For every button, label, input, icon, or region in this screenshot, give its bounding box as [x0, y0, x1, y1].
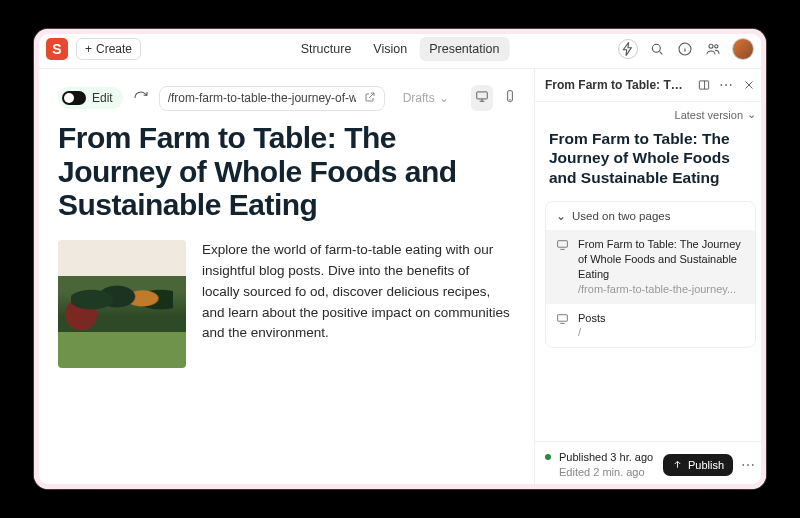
info-icon[interactable] — [676, 40, 694, 58]
version-selector[interactable]: Latest version ⌄ — [535, 102, 766, 127]
nav-tabs: Structure Vision Presentation — [291, 37, 510, 61]
body-area: Edit /from-farm-to-table-the-journey-of-… — [34, 69, 766, 489]
app-logo[interactable]: S — [46, 38, 68, 60]
svg-rect-8 — [558, 314, 568, 321]
panel-header: From Farm to Table: The Jou... ⋯ — [535, 69, 766, 102]
usage-header[interactable]: ⌄ Used on two pages — [546, 202, 755, 230]
svg-rect-4 — [476, 92, 487, 99]
tab-vision[interactable]: Vision — [363, 37, 417, 61]
publish-button[interactable]: Publish — [663, 454, 733, 476]
panel-more-icon[interactable]: ⋯ — [719, 77, 734, 93]
tab-presentation[interactable]: Presentation — [419, 37, 509, 61]
device-mobile[interactable] — [499, 85, 521, 111]
top-bar: S + Create Structure Vision Presentation — [34, 29, 766, 69]
open-external-icon[interactable] — [364, 91, 376, 106]
published-label: Published 3 hr. ago — [559, 450, 655, 464]
create-label: Create — [96, 42, 132, 56]
hero-image[interactable] — [58, 240, 186, 368]
panel-footer: Published 3 hr. ago Edited 2 min. ago Pu… — [535, 441, 766, 489]
usage-item-title: From Farm to Table: The Journey of Whole… — [578, 237, 745, 282]
url-text: /from-farm-to-table-the-journey-of-wl — [168, 91, 356, 105]
page-icon — [556, 238, 570, 296]
bolt-icon[interactable] — [618, 39, 638, 59]
page-icon — [556, 312, 570, 341]
usage-item[interactable]: From Farm to Table: The Journey of Whole… — [546, 230, 755, 303]
chevron-down-icon: ⌄ — [747, 108, 756, 121]
usage-label: Used on two pages — [572, 210, 670, 222]
panel-layout-icon[interactable] — [697, 78, 711, 92]
version-label: Latest version — [675, 109, 743, 121]
usage-item-path: / — [578, 325, 745, 340]
avatar[interactable] — [732, 38, 754, 60]
content-row: Explore the world of farm-to-table eatin… — [58, 240, 510, 368]
page-description[interactable]: Explore the world of farm-to-table eatin… — [202, 240, 510, 368]
status-dot-icon — [545, 454, 551, 460]
edited-label: Edited 2 min. ago — [559, 465, 655, 479]
main-editor: Edit /from-farm-to-table-the-journey-of-… — [34, 69, 534, 489]
plus-icon: + — [85, 42, 92, 56]
create-button[interactable]: + Create — [76, 38, 141, 60]
device-desktop[interactable] — [471, 85, 493, 111]
drafts-selector[interactable]: Drafts ⌄ — [395, 87, 457, 109]
svg-rect-6 — [699, 81, 708, 89]
toggle-switch-icon — [62, 91, 86, 105]
editor-toolbar: Edit /from-farm-to-table-the-journey-of-… — [58, 85, 510, 121]
side-panel: From Farm to Table: The Jou... ⋯ Latest … — [534, 69, 766, 489]
app-window: S + Create Structure Vision Presentation — [34, 29, 766, 489]
usage-item-title: Posts — [578, 311, 745, 326]
drafts-label: Drafts — [403, 91, 435, 105]
svg-point-3 — [715, 44, 718, 47]
page-title[interactable]: From Farm to Table: The Journey of Whole… — [58, 121, 510, 222]
edit-label: Edit — [92, 91, 113, 105]
usage-item[interactable]: Posts / — [546, 304, 755, 348]
users-icon[interactable] — [704, 40, 722, 58]
svg-point-0 — [652, 44, 660, 52]
panel-header-title: From Farm to Table: The Jou... — [545, 78, 689, 92]
chevron-down-icon: ⌄ — [439, 91, 449, 105]
tab-structure[interactable]: Structure — [291, 37, 362, 61]
footer-more-icon[interactable]: ⋯ — [741, 457, 756, 473]
publish-label: Publish — [688, 459, 724, 471]
url-field[interactable]: /from-farm-to-table-the-journey-of-wl — [159, 86, 385, 111]
panel-title: From Farm to Table: The Journey of Whole… — [535, 127, 766, 197]
svg-point-2 — [709, 44, 713, 48]
upload-icon — [672, 459, 683, 470]
top-right-actions — [618, 38, 754, 60]
svg-rect-7 — [558, 241, 568, 248]
chevron-down-icon: ⌄ — [556, 209, 566, 223]
usage-box: ⌄ Used on two pages From Farm to Table: … — [545, 201, 756, 348]
search-icon[interactable] — [648, 40, 666, 58]
status-text: Published 3 hr. ago Edited 2 min. ago — [559, 450, 655, 479]
reload-icon[interactable] — [133, 89, 149, 107]
panel-close-icon[interactable] — [742, 78, 756, 92]
usage-item-path: /from-farm-to-table-the-journey... — [578, 282, 745, 297]
device-switcher — [471, 85, 521, 111]
edit-toggle[interactable]: Edit — [58, 87, 123, 109]
